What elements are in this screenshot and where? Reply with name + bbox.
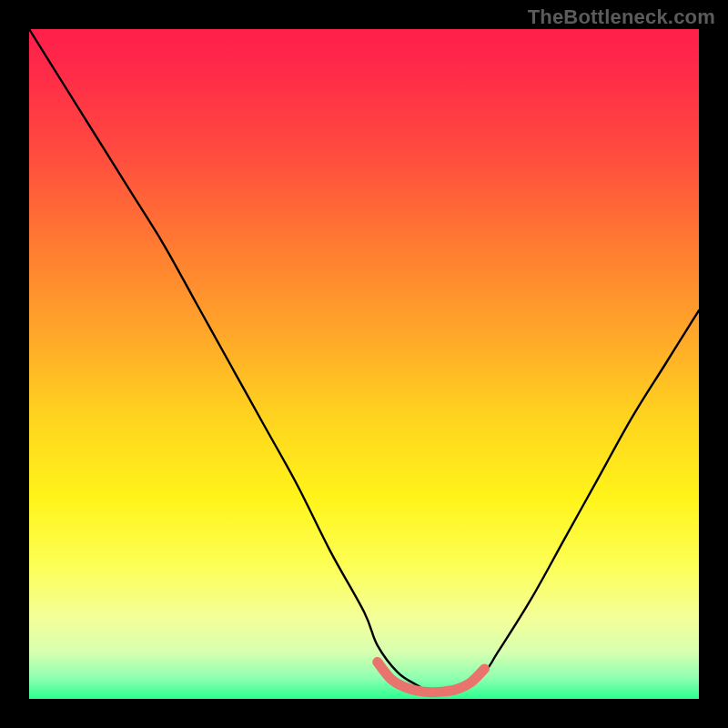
plot-area — [29, 29, 699, 699]
watermark-text: TheBottleneck.com — [528, 5, 715, 29]
bottleneck-curve — [29, 29, 699, 693]
curve-layer — [29, 29, 699, 699]
chart-frame: TheBottleneck.com — [0, 0, 728, 728]
